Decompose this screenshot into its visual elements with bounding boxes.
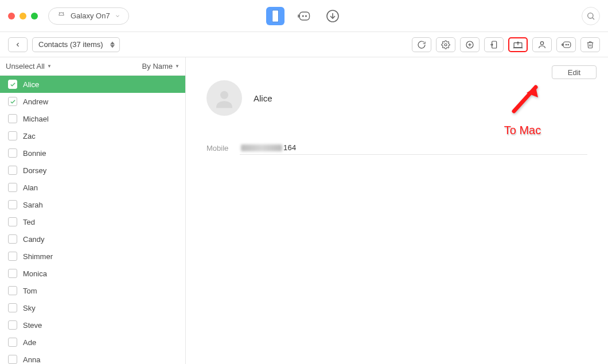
svg-point-24 — [568, 44, 568, 45]
contact-row[interactable]: Sky — [0, 299, 185, 316]
contact-row[interactable]: Zac — [0, 127, 185, 144]
contact-checkbox[interactable] — [8, 148, 17, 158]
svg-rect-2 — [272, 10, 278, 22]
contact-row[interactable]: Anna — [0, 351, 185, 364]
contact-name-label: Ted — [23, 218, 35, 226]
contact-name-label: Andrew — [23, 97, 48, 106]
contact-row[interactable]: Shimmer — [0, 248, 185, 265]
svg-line-0 — [59, 12, 60, 13]
phone-value: 164 — [240, 141, 587, 155]
contact-checkbox[interactable] — [8, 166, 17, 175]
contact-checkbox[interactable] — [8, 320, 17, 330]
contact-header: Alice — [206, 80, 587, 116]
contact-name-label: Sky — [23, 304, 36, 312]
svg-rect-22 — [563, 42, 571, 48]
contact-name-label: Bonnie — [23, 149, 46, 158]
contact-row[interactable]: Tom — [0, 282, 185, 299]
android-transfer-icon — [297, 10, 311, 22]
device-name: Galaxy On7 — [71, 11, 110, 20]
contact-checkbox[interactable] — [8, 355, 17, 364]
contact-checkbox[interactable] — [8, 97, 17, 106]
svg-line-10 — [593, 17, 594, 19]
check-icon — [10, 81, 16, 88]
minimize-window-button[interactable] — [20, 13, 26, 19]
to-mac-button[interactable] — [508, 37, 528, 52]
svg-rect-4 — [299, 12, 309, 20]
to-android-button[interactable] — [556, 37, 576, 52]
phone-mode-button[interactable] — [266, 7, 284, 25]
contact-row[interactable]: Michael — [0, 110, 185, 127]
add-button[interactable] — [460, 37, 480, 52]
phone-label: Mobile — [206, 144, 232, 152]
contact-checkbox[interactable] — [8, 338, 17, 347]
device-selector[interactable]: Galaxy On7 — [48, 7, 129, 25]
delete-button[interactable] — [580, 37, 600, 52]
category-selector[interactable]: Contacts (37 items) — [32, 37, 120, 52]
contact-name-label: Alan — [23, 183, 38, 192]
contact-checkbox[interactable] — [8, 183, 17, 192]
contact-row[interactable]: Ted — [0, 213, 185, 230]
contact-row[interactable]: Andrew — [0, 93, 185, 110]
select-toggle-label: Unselect All — [6, 62, 45, 71]
to-device-button[interactable] — [484, 37, 504, 52]
contact-checkbox[interactable] — [8, 234, 17, 244]
contact-checkbox[interactable] — [8, 131, 17, 140]
contact-row[interactable]: Alice — [0, 76, 185, 93]
contact-checkbox[interactable] — [8, 303, 17, 312]
svg-point-13 — [445, 44, 447, 46]
contact-row[interactable]: Candy — [0, 230, 185, 248]
svg-point-9 — [588, 13, 593, 18]
contact-name-label: Michael — [23, 115, 49, 123]
android-transfer-button[interactable] — [295, 7, 313, 25]
import-contacts-button[interactable] — [532, 37, 552, 52]
contact-name-label: Anna — [23, 355, 40, 364]
export-to-computer-icon — [513, 40, 523, 49]
gear-icon — [441, 40, 450, 49]
contact-checkbox[interactable] — [8, 286, 17, 295]
svg-point-25 — [220, 91, 228, 99]
contact-row[interactable]: Ade — [0, 334, 185, 351]
maximize-window-button[interactable] — [31, 13, 38, 19]
close-window-button[interactable] — [8, 13, 15, 19]
contact-checkbox[interactable] — [8, 200, 17, 209]
contact-row[interactable]: Steve — [0, 316, 185, 334]
refresh-button[interactable] — [412, 37, 431, 52]
contact-row[interactable]: Bonnie — [0, 144, 185, 162]
contact-row[interactable]: Alan — [0, 179, 185, 196]
sort-arrows-icon — [110, 41, 115, 48]
svg-point-5 — [302, 15, 303, 17]
download-mode-button[interactable] — [324, 7, 342, 25]
contact-checkbox[interactable] — [8, 269, 17, 278]
download-icon — [326, 9, 340, 23]
sort-toggle[interactable]: By Name ▼ — [142, 62, 180, 71]
contact-checkbox[interactable] — [8, 217, 17, 226]
contact-checkbox[interactable] — [8, 252, 17, 261]
select-toggle[interactable]: Unselect All ▼ — [6, 62, 52, 71]
contact-checkbox[interactable] — [8, 80, 17, 89]
contact-checkbox[interactable] — [8, 114, 17, 123]
to-android-icon — [560, 40, 572, 49]
search-button[interactable] — [582, 7, 600, 25]
window-controls — [8, 13, 38, 19]
svg-point-6 — [306, 15, 307, 17]
edit-button[interactable]: Edit — [552, 65, 597, 79]
back-button[interactable] — [8, 37, 28, 52]
contact-row[interactable]: Dorsey — [0, 162, 185, 179]
svg-marker-11 — [110, 41, 115, 44]
check-icon — [10, 99, 16, 105]
contact-name-label: Shimmer — [23, 252, 53, 261]
chevron-down-icon: ▼ — [175, 64, 180, 69]
sort-label: By Name — [142, 62, 173, 71]
mode-switch — [266, 7, 342, 25]
contact-name-label: Sarah — [23, 201, 43, 209]
settings-button[interactable] — [436, 37, 455, 52]
trash-icon — [586, 40, 594, 49]
contact-name-label: Candy — [23, 235, 45, 244]
contact-list[interactable]: AliceAndrewMichaelZacBonnieDorseyAlanSar… — [0, 76, 185, 364]
contact-row[interactable]: Sarah — [0, 196, 185, 213]
refresh-icon — [417, 40, 426, 49]
person-icon — [537, 40, 547, 49]
plus-circle-icon — [465, 40, 474, 49]
phone-icon — [270, 9, 281, 24]
contact-row[interactable]: Monica — [0, 265, 185, 282]
